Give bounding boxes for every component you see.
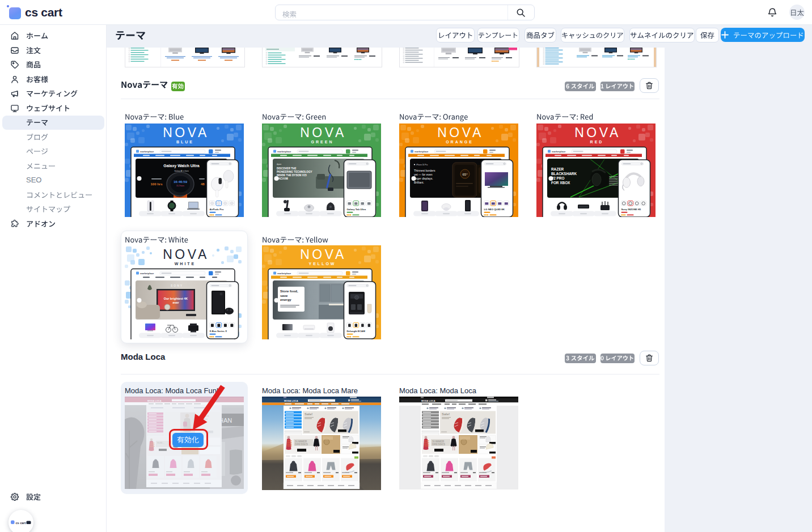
svg-text:RAZER: RAZER (551, 167, 564, 171)
svg-text:MODA LOCA: MODA LOCA (284, 399, 298, 402)
svg-text:Brilliant.: Brilliant. (414, 181, 424, 184)
svg-text:DISCOVER THE: DISCOVER THE (277, 167, 296, 170)
svg-text:Thinnest borders: Thinnest borders (414, 169, 435, 172)
svg-text:yet — for even: yet — for even (414, 173, 433, 176)
svg-text:marketplace: marketplace (140, 150, 154, 153)
svg-text:NOVA: NOVA (300, 125, 346, 140)
svg-text:NOVA: NOVA (574, 125, 620, 140)
svg-text:larger displays.: larger displays. (414, 177, 433, 180)
svg-text:DRESSES: DRESSES (295, 443, 308, 446)
svg-text:NOVA: NOVA (300, 247, 346, 262)
svg-text:Delonghi ECAM: Delonghi ECAM (347, 330, 366, 333)
svg-text:GREEN: GREEN (311, 140, 334, 144)
svg-text:NOVA: NOVA (163, 125, 209, 140)
svg-text:ORANGE: ORANGE (446, 140, 473, 144)
svg-text:LG NEO QLED 8K: LG NEO QLED 8K (484, 208, 505, 211)
svg-text:ever: ever (172, 301, 179, 304)
svg-text:cs cart: cs cart (16, 521, 26, 525)
svg-text:BLACKSHARK: BLACKSHARK (551, 172, 577, 176)
svg-text:Galaxy Watch Ultra: Galaxy Watch Ultra (163, 164, 200, 168)
svg-text:dyson: dyson (277, 163, 282, 165)
svg-text:FOR XBOX: FOR XBOX (551, 181, 570, 185)
svg-text:energy: energy (280, 298, 291, 301)
svg-text:YELLOW: YELLOW (309, 262, 336, 266)
svg-text:MODA LOCA: MODA LOCA (147, 399, 162, 402)
svg-text:16:46:59: 16:46:59 (174, 180, 188, 184)
svg-text:Galaxy AI is here: Galaxy AI is here (174, 170, 189, 172)
svg-text:X-Box Series X: X-Box Series X (210, 330, 227, 333)
svg-text:100 hrs: 100 hrs (150, 182, 163, 186)
svg-text:SONY: SONY (171, 284, 183, 287)
svg-text:Store food,: Store food, (280, 290, 298, 293)
svg-text:NOVA: NOVA (163, 247, 209, 262)
svg-text:Our brightest 4K: Our brightest 4K (164, 297, 188, 300)
svg-text:AirPods Pro: AirPods Pro (210, 208, 224, 211)
svg-text:BLUE: BLUE (176, 140, 194, 144)
svg-text:save: save (280, 294, 288, 297)
svg-text:marketplace: marketplace (140, 272, 154, 275)
svg-text:marketplace: marketplace (552, 150, 566, 153)
svg-text:RED: RED (590, 140, 604, 144)
svg-text:NOVA: NOVA (437, 125, 483, 140)
svg-text:PIONEERING TECHNOLOGY: PIONEERING TECHNOLOGY (277, 171, 312, 173)
svg-text:WHITE: WHITE (175, 262, 196, 266)
svg-text:DRESSES: DRESSES (432, 443, 446, 446)
svg-text:INSIDE THE DYSON V15: INSIDE THE DYSON V15 (277, 174, 307, 177)
svg-text:marketplace: marketplace (277, 272, 291, 275)
svg-text:Sale!: Sale! (304, 412, 312, 416)
svg-text:SUM...: SUM... (157, 441, 164, 444)
svg-text:48: 48 (201, 182, 205, 186)
svg-text:V2 PRO: V2 PRO (551, 176, 564, 180)
svg-text:marketplace: marketplace (415, 150, 429, 153)
svg-text:iPhone 16 Pro: iPhone 16 Pro (416, 164, 428, 166)
svg-text:15.2 hours: 15.2 hours (176, 185, 185, 187)
svg-text:65°: 65° (462, 173, 468, 176)
svg-text:Sale!: Sale! (442, 412, 450, 416)
svg-text:Galaxy Tab Ultra: Galaxy Tab Ultra (347, 208, 366, 211)
svg-text:MODA LOCA: MODA LOCA (421, 399, 435, 402)
svg-text:Sony INZONE H5: Sony INZONE H5 (621, 208, 641, 211)
svg-text:marketplace: marketplace (277, 150, 291, 153)
